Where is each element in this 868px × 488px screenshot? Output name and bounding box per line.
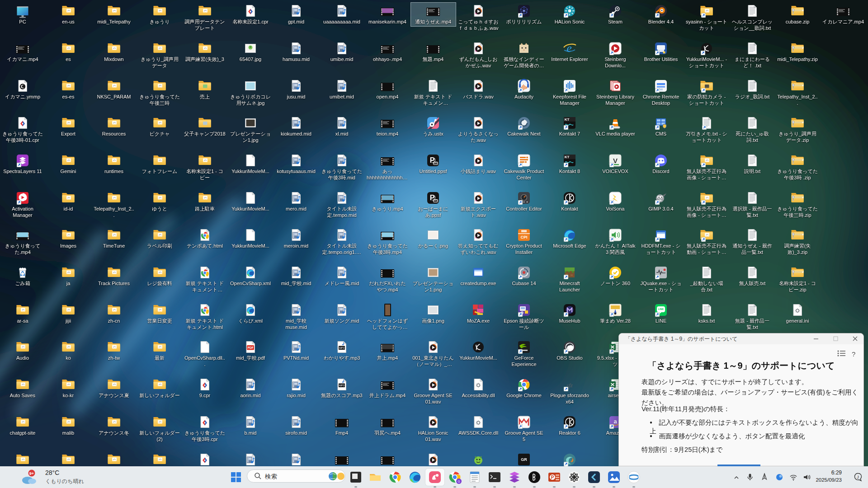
svg-text:NT2: NT2	[434, 162, 438, 164]
svg-text:9+: 9+	[29, 471, 34, 476]
svg-text:KT: KT	[565, 155, 570, 159]
svg-text:J: J	[857, 475, 859, 479]
svg-text:?: ?	[852, 350, 855, 358]
svg-text:MP3: MP3	[339, 347, 344, 349]
svg-text:G: G	[458, 480, 460, 483]
svg-text:GR: GR	[521, 457, 527, 462]
svg-text:e: e	[566, 42, 572, 55]
svg-text:LINE: LINE	[658, 308, 664, 310]
svg-text:MP3: MP3	[339, 384, 344, 387]
svg-text:NT2: NT2	[434, 200, 438, 202]
svg-text:PDF: PDF	[248, 346, 254, 349]
svg-text:KT: KT	[565, 117, 570, 122]
svg-text:a: a	[613, 418, 617, 425]
svg-text:CPI: CPI	[520, 235, 527, 239]
svg-text:P: P	[551, 475, 554, 480]
